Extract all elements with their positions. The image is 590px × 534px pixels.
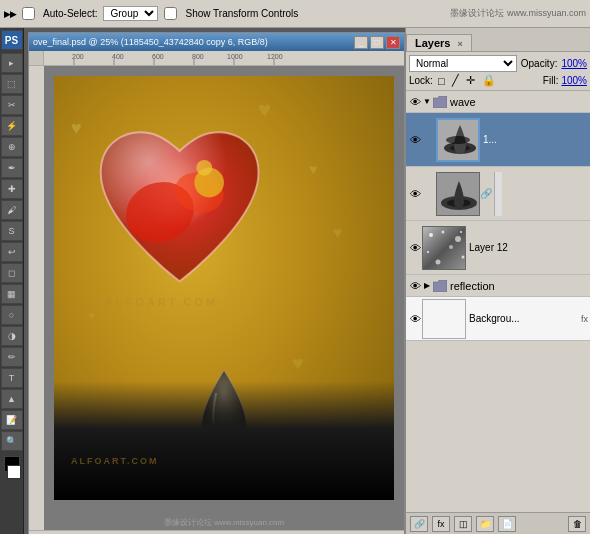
svg-text:600: 600 <box>152 53 164 60</box>
document-title: ove_final.psd @ 25% (1185450_43742840 co… <box>33 37 268 47</box>
expand-reflection-icon[interactable]: ▶ <box>422 279 432 293</box>
opacity-value[interactable]: 100% <box>561 58 587 69</box>
tool-eyedropper[interactable]: ✒ <box>1 158 23 178</box>
layer-name-wave1: 1... <box>480 134 588 145</box>
ps-logo: PS <box>1 30 23 50</box>
visibility-reflection-icon[interactable]: 👁 <box>408 279 422 293</box>
layer-item-wave1[interactable]: 👁 1... <box>406 113 590 167</box>
tool-blur[interactable]: ○ <box>1 305 23 325</box>
expand-wave-icon[interactable]: ▼ <box>422 95 432 109</box>
reflection-group-name: reflection <box>450 280 495 292</box>
minimize-button[interactable]: _ <box>354 36 368 49</box>
layers-bottom-bar: 🔗 fx ◫ 📁 📄 🗑 <box>406 512 590 534</box>
layer-group-reflection[interactable]: 👁 ▶ reflection <box>406 275 590 297</box>
group-folder-reflection-icon <box>432 278 448 294</box>
lock-label: Lock: <box>409 75 433 86</box>
link-layers-button[interactable]: 🔗 <box>410 516 428 532</box>
background-color[interactable] <box>7 465 21 479</box>
new-group-button[interactable]: 📁 <box>476 516 494 532</box>
autoselect-checkbox[interactable] <box>22 7 35 20</box>
tool-magic-wand[interactable]: ⚡ <box>1 116 23 136</box>
tool-zoom[interactable]: 🔍 <box>1 431 23 451</box>
tools-panel: PS ▸ ⬚ ✂ ⚡ ⊕ ✒ ✚ 🖌 S ↩ ◻ ▦ ○ ◑ ✏ T ▲ 📝 🔍 <box>0 28 24 534</box>
layer-name-layer12: Layer 12 <box>466 242 588 253</box>
tool-dodge[interactable]: ◑ <box>1 326 23 346</box>
lock-paint-btn[interactable]: ╱ <box>450 74 461 87</box>
tool-heal[interactable]: ✚ <box>1 179 23 199</box>
show-transform-checkbox[interactable] <box>164 7 177 20</box>
close-button[interactable]: ✕ <box>386 36 400 49</box>
tool-brush[interactable]: 🖌 <box>1 200 23 220</box>
svg-rect-0 <box>44 51 404 66</box>
canvas-area: ove_final.psd @ 25% (1185450_43742840 co… <box>24 28 405 534</box>
tool-move[interactable]: ▸ <box>1 53 23 73</box>
svg-rect-21 <box>438 120 480 162</box>
group-select[interactable]: Group <box>103 6 158 21</box>
layer-name-bg: Backgrou... <box>466 313 579 324</box>
document-titlebar: ove_final.psd @ 25% (1185450_43742840 co… <box>29 33 404 51</box>
layers-controls: Normal Opacity: 100% Lock: □ ╱ ✛ 🔒 Fill:… <box>406 52 590 91</box>
visibility-wave2-icon[interactable]: 👁 <box>408 187 422 201</box>
canvas-with-ruler: ♥ ♥ ♥ ♥ ♥ ♥ <box>29 66 404 530</box>
fill-value[interactable]: 100% <box>561 75 587 86</box>
lock-transparent-btn[interactable]: □ <box>436 75 447 87</box>
maximize-button[interactable]: □ <box>370 36 384 49</box>
tool-shape[interactable]: ▲ <box>1 389 23 409</box>
forum-watermark: 墨缘设计论坛 www.missyuan.com <box>54 517 394 528</box>
blend-mode-select[interactable]: Normal <box>409 55 517 72</box>
svg-point-28 <box>429 233 433 237</box>
wave-group-name: wave <box>450 96 476 108</box>
tool-lasso[interactable]: ✂ <box>1 95 23 115</box>
lock-all-btn[interactable]: 🔒 <box>480 74 498 87</box>
svg-text:1000: 1000 <box>227 53 243 60</box>
svg-text:800: 800 <box>192 53 204 60</box>
svg-point-29 <box>442 230 445 233</box>
layer-group-wave[interactable]: 👁 ▼ wave <box>406 91 590 113</box>
canvas-content[interactable]: ♥ ♥ ♥ ♥ ♥ ♥ <box>44 66 404 530</box>
alfoart-watermark-2: ALFOART.COM <box>71 456 159 466</box>
layers-tab-close[interactable]: × <box>458 39 463 49</box>
visibility-layer12-icon[interactable]: 👁 <box>408 241 422 255</box>
layers-tab-label: Layers <box>415 37 450 49</box>
layer-link-wave2-icon[interactable]: 🔗 <box>480 188 492 199</box>
layer-item-background[interactable]: 👁 Backgrou... fx <box>406 297 590 341</box>
layer-item-wave2[interactable]: 👁 🔗 <box>406 167 590 221</box>
add-mask-button[interactable]: ◫ <box>454 516 472 532</box>
fx-badge: fx <box>581 314 588 324</box>
alfoart-watermark: ALFOART.COM <box>105 296 218 308</box>
main-area: PS ▸ ⬚ ✂ ⚡ ⊕ ✒ ✚ 🖌 S ↩ ◻ ▦ ○ ◑ ✏ T ▲ 📝 🔍… <box>0 28 590 534</box>
autoselect-label: Auto-Select: <box>43 8 97 19</box>
lock-position-btn[interactable]: ✛ <box>464 74 477 87</box>
artwork-canvas: ♥ ♥ ♥ ♥ ♥ ♥ <box>54 76 394 500</box>
tool-history[interactable]: ↩ <box>1 242 23 262</box>
add-fx-button[interactable]: fx <box>432 516 450 532</box>
layer-item-layer12[interactable]: 👁 <box>406 221 590 275</box>
fill-label: Fill: <box>543 75 559 86</box>
svg-rect-36 <box>423 300 466 339</box>
tool-gradient[interactable]: ▦ <box>1 284 23 304</box>
layers-tab[interactable]: Layers × <box>406 34 472 51</box>
vertical-ruler <box>29 66 44 530</box>
tool-marquee[interactable]: ⬚ <box>1 74 23 94</box>
ruler-container: 200 400 600 800 1000 1200 <box>29 51 404 66</box>
group-folder-wave-icon <box>432 94 448 110</box>
visibility-wave-icon[interactable]: 👁 <box>408 95 422 109</box>
visibility-bg-icon[interactable]: 👁 <box>408 312 422 326</box>
delete-layer-button[interactable]: 🗑 <box>568 516 586 532</box>
tool-eraser[interactable]: ◻ <box>1 263 23 283</box>
layer-thumbnail-bg <box>422 299 466 339</box>
layers-panel: Layers × Normal Opacity: 100% Lock: □ ╱ … <box>405 28 590 534</box>
svg-text:200: 200 <box>72 53 84 60</box>
visibility-wave1-icon[interactable]: 👁 <box>408 133 422 147</box>
tool-text[interactable]: T <box>1 368 23 388</box>
blend-row: Normal Opacity: 100% <box>409 55 587 72</box>
tool-notes[interactable]: 📝 <box>1 410 23 430</box>
tool-pen[interactable]: ✏ <box>1 347 23 367</box>
bokeh-2: ♥ <box>309 161 325 175</box>
wave2-mask <box>494 172 502 216</box>
svg-point-32 <box>449 245 453 249</box>
new-layer-button[interactable]: 📄 <box>498 516 516 532</box>
top-toolbar: ▸▸ Auto-Select: Group Show Transform Con… <box>0 0 590 28</box>
tool-crop[interactable]: ⊕ <box>1 137 23 157</box>
tool-stamp[interactable]: S <box>1 221 23 241</box>
